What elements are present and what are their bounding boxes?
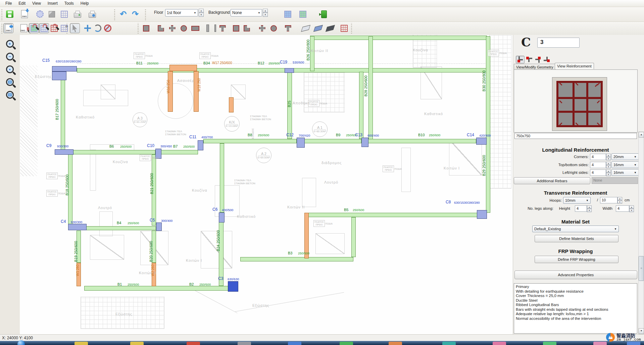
model-cube-icon[interactable] — [46, 8, 57, 20]
taskbar-app-icon[interactable] — [543, 342, 556, 345]
menu-insert[interactable]: Insert — [44, 0, 61, 6]
define-material-sets-button[interactable]: Define Material Sets — [535, 235, 618, 242]
beam[interactable] — [203, 139, 297, 143]
toolbar-grip[interactable] — [114, 8, 115, 20]
toolbar-grip[interactable] — [1, 8, 2, 20]
column[interactable] — [219, 212, 225, 223]
corners-diameter-select[interactable]: 20mm▼ — [611, 153, 639, 160]
snap-grid-color-icon[interactable] — [29, 23, 39, 33]
scrollbar-thumb[interactable] — [639, 256, 644, 281]
zoom-window-icon[interactable] — [3, 76, 16, 88]
column[interactable] — [198, 140, 203, 150]
section2-square-icon[interactable] — [231, 23, 241, 33]
toolbar-grip[interactable] — [145, 8, 146, 20]
section-rect-icon[interactable] — [190, 23, 200, 33]
leftright-diameter-select[interactable]: 16mm▼ — [611, 169, 639, 176]
background-select[interactable]: None▼ — [231, 9, 262, 16]
mesh-icon[interactable] — [339, 23, 349, 33]
snap-dwg-icon[interactable] — [19, 23, 29, 33]
slab-blue-icon[interactable] — [313, 23, 323, 33]
print-preview-icon[interactable] — [87, 8, 98, 20]
hoops-diameter-select[interactable]: 10mm▼ — [563, 197, 591, 204]
section-size-list[interactable]: 750x750 — [514, 133, 637, 139]
beam[interactable] — [486, 36, 490, 213]
column[interactable] — [476, 138, 487, 145]
grid-green-icon[interactable] — [297, 8, 308, 20]
zoom-previous-icon[interactable] — [3, 89, 16, 101]
leftright-spinner[interactable]: ▲▼ — [606, 169, 611, 176]
grid-move-icon[interactable]: ✢ — [59, 23, 69, 33]
beam[interactable] — [84, 286, 229, 291]
beam[interactable] — [61, 71, 65, 154]
beam[interactable] — [368, 36, 373, 143]
rotate-icon[interactable] — [93, 23, 103, 33]
taskbar-app-icon[interactable] — [75, 342, 88, 345]
grid-settings-icon[interactable] — [58, 8, 70, 20]
save-icon[interactable] — [4, 8, 15, 20]
legs-height-spinner[interactable]: ▲▼ — [587, 205, 592, 212]
beam[interactable] — [308, 213, 487, 217]
zoom-in-icon[interactable]: + — [3, 38, 16, 50]
slab-dark-icon[interactable] — [325, 23, 335, 33]
print-icon[interactable] — [72, 8, 83, 20]
beam[interactable] — [310, 36, 487, 40]
wall[interactable] — [229, 97, 234, 112]
section2-circle-icon[interactable] — [268, 23, 279, 33]
menu-tools[interactable]: Tools — [61, 0, 77, 6]
undo-icon[interactable]: ↶ — [117, 8, 129, 20]
column-corner-icon[interactable] — [516, 56, 525, 63]
section-L-icon[interactable] — [156, 23, 166, 33]
topbottom-diameter-select[interactable]: 16mm▼ — [611, 161, 639, 168]
corners-count-input[interactable]: 4 — [590, 154, 606, 160]
column-interior-icon[interactable] — [543, 56, 551, 63]
topbottom-count-input[interactable]: 4 — [590, 162, 606, 168]
scroll-up-icon[interactable]: ▲ — [639, 132, 644, 138]
hoops-spacing-input[interactable]: 10 — [600, 197, 617, 203]
column[interactable] — [156, 223, 162, 231]
exit-icon[interactable] — [318, 8, 330, 20]
tab-view-reinforcement[interactable]: View Reinforcement — [555, 63, 594, 69]
export-dwg-icon[interactable] — [19, 8, 30, 20]
toolbar-grip[interactable] — [1, 23, 2, 34]
snap-grid-red-icon[interactable] — [49, 23, 59, 33]
zoom-out-icon[interactable]: − — [3, 50, 16, 62]
hoops-spacing-spinner[interactable]: ▲▼ — [617, 197, 622, 203]
column[interactable] — [68, 224, 87, 230]
topbottom-spinner[interactable]: ▲▼ — [606, 162, 611, 168]
advanced-properties-button[interactable]: Advanced Properties — [514, 270, 637, 279]
column[interactable] — [55, 149, 73, 155]
panel-scrollbar[interactable]: ▲ ▼ — [638, 132, 644, 334]
menu-help[interactable]: Help — [77, 0, 92, 6]
column[interactable] — [52, 66, 77, 71]
additional-rebars-button[interactable]: Additional Rebars — [514, 177, 590, 184]
slab-light-icon[interactable] — [301, 23, 311, 33]
grid-blue-icon[interactable] — [282, 8, 293, 20]
corners-spinner[interactable]: ▲▼ — [606, 154, 611, 160]
beam[interactable] — [359, 72, 363, 139]
column[interactable] — [52, 71, 66, 80]
section2-plus-icon[interactable] — [257, 23, 267, 33]
beam[interactable] — [368, 139, 476, 143]
move-icon[interactable] — [83, 23, 93, 33]
leftright-count-input[interactable]: 4 — [590, 169, 606, 176]
taskbar-app-icon[interactable] — [389, 342, 402, 345]
column[interactable] — [297, 138, 305, 148]
menu-view[interactable]: View — [29, 0, 44, 6]
beam[interactable] — [161, 150, 198, 154]
column[interactable] — [285, 68, 294, 73]
beam[interactable] — [310, 36, 314, 71]
column-edge-left-icon[interactable] — [525, 56, 533, 63]
member-number-input[interactable]: 3 — [537, 38, 580, 48]
menu-edit[interactable]: Edit — [15, 0, 29, 6]
beam[interactable] — [77, 68, 487, 72]
settings-gear-icon[interactable] — [34, 8, 46, 20]
select-icon[interactable] — [70, 23, 80, 33]
background-spinner[interactable]: ▲▼ — [263, 9, 268, 17]
start-orb-icon[interactable] — [17, 340, 25, 345]
view-dwg-icon[interactable] — [3, 23, 13, 33]
snap-grid-icon[interactable] — [39, 23, 49, 33]
column[interactable] — [361, 138, 368, 147]
section-circle-icon[interactable] — [179, 23, 189, 33]
column[interactable] — [477, 210, 487, 219]
section-T-icon[interactable] — [217, 23, 228, 33]
